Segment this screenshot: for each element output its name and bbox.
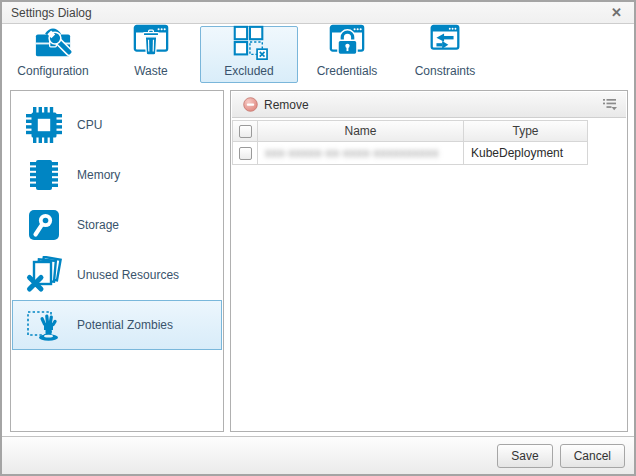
sidebar-item-memory-label: Memory [77,168,120,182]
title-bar: Settings Dialog ✕ [2,2,634,24]
settings-dialog: Settings Dialog ✕ Configuration [0,0,636,476]
header-select-all[interactable] [232,120,258,142]
tab-excluded-label: Excluded [224,64,273,78]
cancel-button[interactable]: Cancel [560,444,625,468]
tab-excluded[interactable]: Excluded [200,26,298,83]
remove-button[interactable]: Remove [239,95,313,114]
excluded-toolbar: Remove [232,92,626,118]
column-chooser-icon[interactable] [601,96,619,113]
footer-bar: Save Cancel [2,436,634,474]
main-area: CPU Memory [2,85,634,436]
tab-strip: Configuration Waste [2,24,634,85]
row-name-cell: xxx-xxxxx-xx-xxxx-xxxxxxxxxx [258,142,464,165]
sidebar-item-unused-resources-label: Unused Resources [77,268,179,282]
row-type-cell: KubeDeployment [464,142,588,165]
toolbox-wrench-icon [31,24,75,62]
category-list: CPU Memory [10,90,224,432]
sidebar-item-cpu[interactable]: CPU [12,100,222,150]
window-lock-icon [325,24,369,62]
tab-configuration-label: Configuration [17,64,88,78]
row-name-blurred-text: xxx-xxxxx-xx-xxxx-xxxxxxxxxx [265,146,439,160]
sidebar-item-potential-zombies-label: Potential Zombies [77,318,173,332]
tab-waste[interactable]: Waste [102,26,200,83]
select-all-checkbox[interactable] [239,125,252,138]
tab-credentials-label: Credentials [317,64,378,78]
remove-button-label: Remove [264,98,309,112]
close-icon[interactable]: ✕ [608,5,625,20]
minus-circle-icon [243,97,258,112]
sidebar-item-storage-label: Storage [77,218,119,232]
tab-configuration[interactable]: Configuration [4,26,102,83]
sidebar-item-unused-resources[interactable]: Unused Resources [12,250,222,300]
cpu-chip-icon [24,106,64,144]
tab-constraints[interactable]: Constraints [396,26,494,83]
memory-chip-icon [24,156,64,194]
row-checkbox[interactable] [239,147,252,160]
window-arrows-icon [423,24,467,62]
tab-credentials[interactable]: Credentials [298,26,396,83]
sidebar-item-potential-zombies[interactable]: Potential Zombies [12,300,222,350]
column-header-name[interactable]: Name [258,120,464,142]
column-header-type[interactable]: Type [464,120,588,142]
sidebar-item-storage[interactable]: Storage [12,200,222,250]
storage-disk-icon [24,206,64,244]
tab-constraints-label: Constraints [415,64,476,78]
grid-excluded-icon [227,24,271,62]
excluded-panel: Remove [230,90,628,432]
table-row[interactable]: xxx-xxxxx-xx-xxxx-xxxxxxxxxx KubeDeploym… [232,142,626,165]
tab-waste-label: Waste [134,64,168,78]
row-checkbox-cell [232,142,258,165]
save-button[interactable]: Save [497,444,552,468]
excluded-table: Name Type xxx-xxxxx-xx-xxxx-xxxxxxxxxx K… [232,120,626,165]
table-header-row: Name Type [232,120,626,142]
zombie-hand-icon [24,306,64,344]
stacked-pages-x-icon [24,256,64,294]
sidebar-item-memory[interactable]: Memory [12,150,222,200]
sidebar-item-cpu-label: CPU [77,118,102,132]
dialog-title: Settings Dialog [11,6,92,20]
window-trash-icon [129,24,173,62]
